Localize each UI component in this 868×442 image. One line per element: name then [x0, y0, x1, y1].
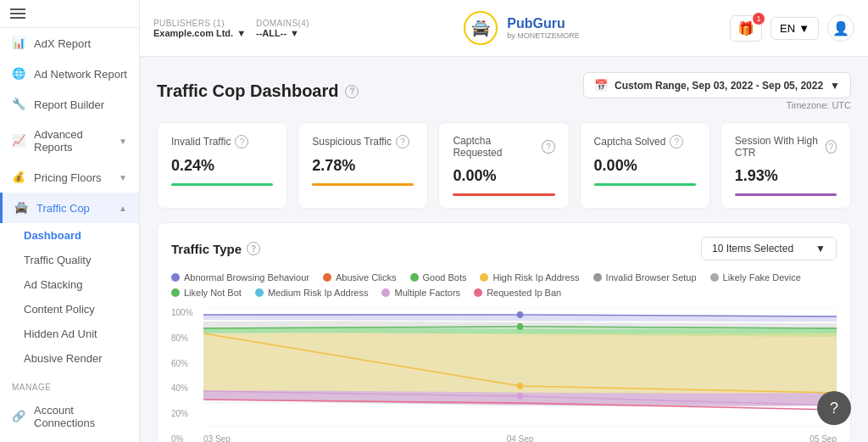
- help-button[interactable]: ?: [817, 391, 851, 425]
- legend-dot: [710, 273, 719, 282]
- y-axis-label: 20%: [171, 409, 198, 418]
- hidden-ad-unit-label: Hidden Ad Unit: [24, 327, 97, 340]
- sidebar-item-ad-network-report[interactable]: 🌐 Ad Network Report: [0, 59, 139, 89]
- abusive-render-label: Abusive Render: [24, 352, 103, 365]
- y-axis-label: 100%: [171, 308, 198, 317]
- publisher-selector[interactable]: PUBLISHERS (1) Example.com Ltd. ▼: [153, 19, 246, 38]
- items-selector[interactable]: 10 Items Selected ▼: [701, 237, 837, 260]
- legend-item: Good Bots: [410, 272, 467, 283]
- legend-dot: [171, 288, 180, 297]
- dashboard-label: Dashboard: [24, 229, 81, 242]
- main-content: Traffic Cop Dashboard ? 📅 Custom Range, …: [140, 57, 868, 442]
- metric-bar: [312, 183, 414, 186]
- sidebar-item-account-connections[interactable]: 🔗 Account Connections: [0, 395, 139, 438]
- info-icon[interactable]: ?: [345, 85, 359, 98]
- publisher-value[interactable]: Example.com Ltd. ▼: [153, 28, 246, 38]
- sidebar-item-abusive-render[interactable]: Abusive Render: [24, 346, 139, 371]
- info-icon[interactable]: ?: [235, 135, 248, 148]
- chart-plot: [203, 308, 837, 427]
- date-range-button[interactable]: 📅 Custom Range, Sep 03, 2022 - Sep 05, 2…: [583, 72, 851, 98]
- traffic-quality-label: Traffic Quality: [24, 254, 91, 266]
- pricing-icon: 💰: [12, 171, 25, 184]
- info-icon[interactable]: ?: [670, 135, 683, 148]
- sidebar-item-content-policy[interactable]: Content Policy: [24, 297, 139, 322]
- page-header: Traffic Cop Dashboard ? 📅 Custom Range, …: [157, 57, 851, 122]
- info-icon[interactable]: ?: [826, 140, 837, 154]
- legend-label: Requested Ip Ban: [487, 288, 561, 298]
- info-icon[interactable]: ?: [247, 242, 260, 255]
- svg-point-9: [517, 393, 523, 400]
- x-axis-label: 04 Sep: [507, 434, 534, 442]
- sidebar-item-label: Report Builder: [34, 98, 127, 111]
- metric-bar: [171, 183, 273, 186]
- legend-item: Likely Not Bot: [171, 288, 242, 298]
- sidebar-item-label: Traffic Cop ▲: [36, 202, 127, 215]
- legend-label: Likely Not Bot: [184, 288, 242, 298]
- chevron-down-icon: ▼: [236, 28, 246, 38]
- calendar-icon: 📅: [594, 79, 608, 92]
- sidebar-item-report-builder[interactable]: 🔧 Report Builder: [0, 89, 139, 120]
- metric-title: Suspicious Traffic ?: [312, 135, 414, 148]
- sidebar-item-traffic-cop[interactable]: 🚔 Traffic Cop ▲: [0, 193, 139, 223]
- domain-value[interactable]: --ALL-- ▼: [256, 28, 309, 38]
- sidebar-item-dashboard[interactable]: Dashboard: [24, 223, 139, 248]
- gift-button[interactable]: 🎁 1: [730, 15, 762, 42]
- traffic-type-section: Traffic Type ? 10 Items Selected ▼ Abnor…: [157, 222, 851, 442]
- logo-center: 🚔 PubGuru by MONETIZEMORE: [320, 7, 720, 49]
- legend-label: Medium Risk Ip Address: [268, 288, 369, 298]
- legend-dot: [474, 288, 482, 297]
- domain-selector[interactable]: DOMAINS(4) --ALL-- ▼: [256, 19, 309, 38]
- publisher-label: PUBLISHERS (1): [153, 19, 246, 28]
- legend-item: Medium Risk Ip Address: [255, 288, 369, 298]
- metrics-row: Invalid Traffic ? 0.24% Suspicious Traff…: [157, 122, 851, 209]
- logo-box: PubGuru by MONETIZEMORE: [507, 16, 580, 40]
- metric-title: Invalid Traffic ?: [171, 135, 273, 148]
- metric-bar: [453, 193, 554, 196]
- user-account-button[interactable]: 👤: [827, 14, 854, 42]
- sidebar-item-ad-stacking[interactable]: Ad Stacking: [24, 272, 139, 297]
- svg-point-8: [517, 383, 523, 389]
- chevron-down-icon: ▼: [119, 137, 127, 146]
- legend-dot: [410, 273, 419, 282]
- sidebar-item-label: Pricing Floors ▼: [34, 171, 127, 184]
- sidebar-item-traffic-quality[interactable]: Traffic Quality: [24, 248, 139, 272]
- traffic-cop-submenu: Dashboard Traffic Quality Ad Stacking Co…: [0, 223, 139, 371]
- date-range-label: Custom Range, Sep 03, 2022 - Sep 05, 202…: [615, 80, 823, 92]
- legend-item: Likely Fake Device: [710, 272, 801, 283]
- metric-card-invalid-traffic: Invalid Traffic ? 0.24%: [157, 122, 287, 209]
- sidebar-item-hidden-ad-unit[interactable]: Hidden Ad Unit: [24, 322, 139, 346]
- y-axis-labels: 100%80%60%40%20%0%: [171, 308, 198, 442]
- cop-icon: 🚔: [14, 201, 28, 215]
- advanced-icon: 📈: [12, 134, 25, 148]
- sidebar-item-label: Account Connections: [34, 404, 127, 429]
- sidebar-item-adx-report[interactable]: 📊 AdX Report: [0, 28, 139, 59]
- info-icon[interactable]: ?: [396, 135, 409, 148]
- hamburger-icon[interactable]: [10, 8, 25, 19]
- manage-section-label: MANAGE: [0, 371, 139, 395]
- domain-label: DOMAINS(4): [256, 19, 309, 28]
- metric-card-session-high-ctr: Session With High CTR ? 1.93%: [721, 122, 851, 209]
- legend-item: Multiple Factors: [381, 288, 460, 298]
- chevron-down-icon: ▼: [830, 80, 840, 92]
- x-axis-labels: 03 Sep04 Sep05 Sep: [203, 434, 837, 442]
- legend-row: Abnormal Browsing BehaviourAbusive Click…: [171, 272, 837, 298]
- sidebar-item-advanced-reports[interactable]: 📈 Advanced Reports ▼: [0, 120, 139, 162]
- legend-item: Abnormal Browsing Behaviour: [171, 272, 309, 283]
- sidebar: 📊 AdX Report 🌐 Ad Network Report 🔧 Repor…: [0, 0, 140, 442]
- legend-dot: [323, 273, 331, 282]
- metric-bar: [594, 183, 696, 186]
- y-axis-label: 40%: [171, 383, 198, 393]
- connection-icon: 🔗: [12, 410, 25, 423]
- traffic-chart-svg: [203, 308, 837, 427]
- timezone-label: Timezone: UTC: [786, 100, 851, 110]
- chevron-up-icon: ▲: [119, 204, 127, 213]
- metric-value: 0.00%: [453, 167, 554, 185]
- header-actions: 🎁 1 EN ▼ 👤: [730, 14, 854, 42]
- legend-item: High Risk Ip Address: [480, 272, 579, 283]
- legend-dot: [171, 273, 180, 282]
- sidebar-item-pricing-floors[interactable]: 💰 Pricing Floors ▼: [0, 162, 139, 193]
- x-axis-label: 05 Sep: [810, 434, 837, 442]
- language-button[interactable]: EN ▼: [771, 17, 819, 40]
- info-icon[interactable]: ?: [542, 140, 554, 154]
- chevron-down-icon: ▼: [290, 28, 299, 38]
